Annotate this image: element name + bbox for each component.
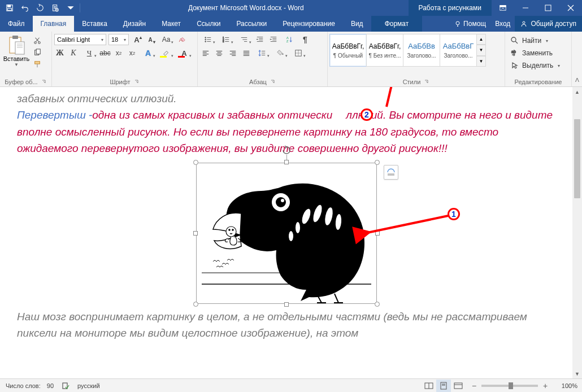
redo-button[interactable] [33,1,47,15]
clipboard-dialog-launcher[interactable] [41,79,47,85]
increase-indent-button[interactable] [268,34,279,45]
resize-handle-n[interactable] [284,160,289,164]
resize-handle-nw[interactable] [193,160,198,165]
justify-button[interactable] [241,47,252,59]
underline-button[interactable]: Ч▾ [81,47,97,59]
numbering-button[interactable]: 123▾ [218,34,234,45]
styles-expand[interactable]: ▼ [476,56,486,67]
select-button[interactable]: Выделить▾ [511,60,560,71]
login-button[interactable]: Вход [490,16,515,32]
document-page[interactable]: забавных оптических иллюзий. Перевертыш … [0,87,572,378]
bold-button[interactable]: Ж [54,47,66,59]
italic-button[interactable]: К [68,47,79,59]
tell-me-search[interactable]: Помощ [450,16,490,32]
collapse-ribbon-button[interactable]: ᐱ [572,32,582,86]
superscript-button[interactable]: x2 [127,47,138,59]
layout-options-button[interactable] [384,165,398,180]
tab-home[interactable]: Главная [33,16,75,32]
tab-mailings[interactable]: Рассылки [228,16,275,32]
tab-insert[interactable]: Вставка [74,16,115,32]
cut-button[interactable] [32,35,43,46]
selected-image[interactable] [196,163,377,304]
language-status[interactable]: русский [77,382,99,389]
change-case-button[interactable]: Aa▾ [158,34,174,45]
align-left-button[interactable] [200,47,211,59]
save-button[interactable] [2,1,17,15]
font-dialog-launcher[interactable] [134,79,140,85]
word-count[interactable]: Число слов: 90 [6,382,54,389]
zoom-slider[interactable] [481,385,538,387]
subscript-button[interactable]: x2 [113,47,124,59]
spellcheck-button[interactable] [62,382,70,390]
highlight-button[interactable]: ▾ [158,47,174,59]
line-spacing-button[interactable]: ▾ [254,47,270,59]
multilevel-list-button[interactable]: ▾ [236,34,252,45]
styles-dialog-launcher[interactable] [424,79,429,85]
resize-handle-sw[interactable] [193,302,198,307]
grow-font-button[interactable]: A▴ [131,34,142,45]
tab-references[interactable]: Ссылки [189,16,228,32]
zoom-in-button[interactable]: + [541,381,549,390]
zoom-level[interactable]: 100% [553,382,577,389]
share-button[interactable]: Общий доступ [515,16,582,32]
format-painter-button[interactable] [32,59,43,70]
scroll-track[interactable] [572,97,582,369]
zoom-out-button[interactable]: − [470,381,478,390]
new-doc-button[interactable] [48,1,63,15]
ribbon-options-button[interactable] [492,0,514,16]
style-no-spacing[interactable]: АаБбВвГг,¶ Без инте... [366,34,403,67]
replace-button[interactable]: abЗаменить [511,47,560,59]
style-heading2[interactable]: АаБбВвГЗаголово... [440,34,477,67]
clear-formatting-button[interactable]: A [176,34,188,45]
strikethrough-button[interactable]: abc [99,47,111,59]
scroll-up-button[interactable]: ▲ [572,87,582,97]
style-normal[interactable]: АаБбВвГг,¶ Обычный [329,34,367,67]
align-center-button[interactable] [214,47,225,59]
scroll-down-button[interactable]: ▼ [572,369,582,378]
minimize-button[interactable] [514,0,537,16]
style-heading1[interactable]: АаБбВвЗаголово... [403,34,440,67]
undo-button[interactable] [18,1,32,15]
read-mode-button[interactable] [422,380,436,392]
sort-button[interactable]: AZ [281,34,297,45]
shrink-font-button[interactable]: A▾ [145,34,156,45]
rotate-handle[interactable] [282,146,291,155]
align-right-button[interactable] [227,47,238,59]
text-effects-button[interactable]: A▾ [140,47,156,59]
qat-customize[interactable] [63,1,78,15]
tab-layout[interactable]: Макет [154,16,189,32]
tab-file[interactable]: Файл [0,16,33,32]
font-name-combo[interactable]: Calibri Light▾ [54,34,106,45]
styles-scroll-down[interactable]: ▼ [476,45,486,55]
copy-button[interactable] [32,47,43,58]
contextual-tab-label: Работа с рисунками [409,0,492,16]
close-button[interactable] [559,0,582,16]
decrease-indent-button[interactable] [254,34,266,45]
resize-handle-se[interactable] [375,302,380,307]
maximize-button[interactable] [537,0,559,16]
find-button[interactable]: Найти▾ [511,35,560,46]
print-layout-button[interactable] [436,380,451,392]
font-size-combo[interactable]: 18▾ [108,34,129,45]
resize-handle-ne[interactable] [375,160,380,165]
vertical-scrollbar[interactable]: ▲ ▼ [572,87,582,378]
font-color-button[interactable]: A▾ [176,47,192,59]
show-marks-button[interactable]: ¶ [299,34,311,45]
paste-button[interactable]: Вставить ▼ [2,34,31,67]
tab-design[interactable]: Дизайн [115,16,154,32]
web-layout-button[interactable] [451,380,466,392]
svg-point-35 [205,37,206,38]
bullets-button[interactable]: ▾ [200,34,216,45]
resize-handle-s[interactable] [284,302,289,307]
paragraph-dialog-launcher[interactable] [270,79,276,85]
tab-format[interactable]: Формат [371,16,423,32]
styles-scroll-up[interactable]: ▲ [476,34,486,45]
borders-button[interactable]: ▾ [290,47,306,59]
zoom-thumb[interactable] [509,382,513,389]
shading-button[interactable]: ▾ [272,47,288,59]
tab-review[interactable]: Рецензирование [275,16,343,32]
scroll-thumb[interactable] [574,119,580,198]
tab-view[interactable]: Вид [343,16,371,32]
resize-handle-w[interactable] [193,231,198,236]
svg-point-26 [34,42,37,44]
